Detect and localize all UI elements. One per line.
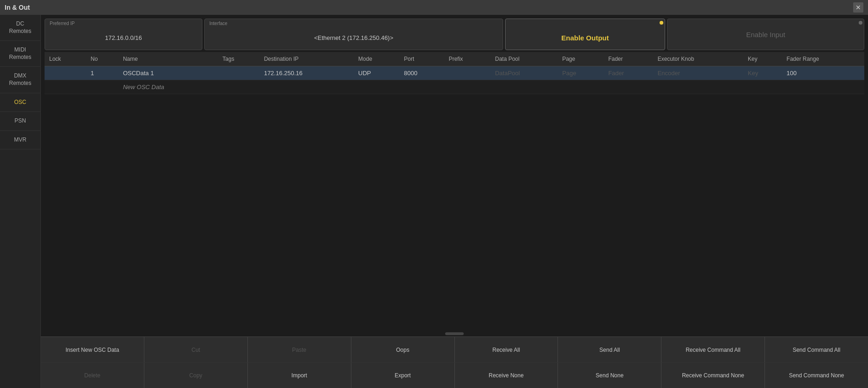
interface-label: Interface <box>209 21 227 26</box>
sidebar-item-mvr[interactable]: MVR <box>0 131 40 150</box>
preferred-ip-label: Preferred IP <box>50 21 75 26</box>
new-row-lock <box>45 80 86 94</box>
main-content: DCRemotes MIDIRemotes DMXRemotes OSC PSN… <box>0 15 868 388</box>
table-row[interactable]: 1 OSCData 1 172.16.250.16 UDP 8000 DataP… <box>45 66 864 80</box>
col-fader-range: Fader Range <box>782 52 864 66</box>
col-lock: Lock <box>45 52 86 66</box>
receive-none-button[interactable]: Receive None <box>455 363 558 388</box>
cell-no: 1 <box>86 66 118 80</box>
delete-button[interactable]: Delete <box>41 363 144 388</box>
cell-port: 8000 <box>399 66 444 80</box>
cell-lock <box>45 66 86 80</box>
sidebar-item-psn[interactable]: PSN <box>0 112 40 131</box>
copy-button[interactable]: Copy <box>144 363 248 388</box>
enable-input-label: Enable Input <box>673 31 858 39</box>
toolbar-row-1: Insert New OSC Data Cut Paste Oops Recei… <box>41 337 868 362</box>
preferred-ip-value: 172.16.0.0/16 <box>51 34 196 41</box>
paste-button[interactable]: Paste <box>248 337 351 362</box>
receive-command-all-button[interactable]: Receive Command All <box>661 337 765 362</box>
sidebar-item-osc[interactable]: OSC <box>0 93 40 112</box>
cell-executor-knob: Encoder <box>653 66 743 80</box>
scroll-hint <box>41 331 868 336</box>
new-row-no <box>86 80 118 94</box>
scroll-handle[interactable] <box>445 332 464 335</box>
col-key: Key <box>743 52 782 66</box>
new-row-name: New OSC Data <box>118 80 218 94</box>
col-name: Name <box>118 52 218 66</box>
main-window: In & Out ✕ DCRemotes MIDIRemotes DMXRemo… <box>0 0 868 388</box>
sidebar-item-dc-remotes[interactable]: DCRemotes <box>0 15 40 41</box>
sidebar: DCRemotes MIDIRemotes DMXRemotes OSC PSN… <box>0 15 41 388</box>
enable-output-box[interactable]: Enable Output <box>505 19 665 50</box>
col-tags: Tags <box>218 52 259 66</box>
col-port: Port <box>399 52 444 66</box>
enable-input-box[interactable]: Enable Input <box>667 19 864 50</box>
interface-value: <Ethernet 2 (172.16.250.46)> <box>210 34 497 41</box>
output-indicator <box>657 20 663 25</box>
sidebar-item-dmx-remotes[interactable]: DMXRemotes <box>0 67 40 93</box>
right-panel: Preferred IP 172.16.0.0/16 Interface <Et… <box>41 15 868 388</box>
cut-button[interactable]: Cut <box>144 337 248 362</box>
interface-box[interactable]: Interface <Ethernet 2 (172.16.250.46)> <box>204 19 503 50</box>
col-page: Page <box>557 52 603 66</box>
top-controls: Preferred IP 172.16.0.0/16 Interface <Et… <box>41 15 868 52</box>
send-command-all-button[interactable]: Send Command All <box>765 337 868 362</box>
col-destination-ip: Destination IP <box>259 52 354 66</box>
input-dot <box>859 21 862 25</box>
cell-mode: UDP <box>354 66 400 80</box>
bottom-toolbar: Insert New OSC Data Cut Paste Oops Recei… <box>41 336 868 388</box>
receive-command-none-button[interactable]: Receive Command None <box>661 363 765 388</box>
sidebar-item-midi-remotes[interactable]: MIDIRemotes <box>0 41 40 67</box>
input-indicator <box>856 20 862 25</box>
cell-destination-ip: 172.16.250.16 <box>259 66 354 80</box>
send-command-none-button[interactable]: Send Command None <box>765 363 868 388</box>
col-mode: Mode <box>354 52 400 66</box>
insert-new-button[interactable]: Insert New OSC Data <box>41 337 144 362</box>
preferred-ip-box[interactable]: Preferred IP 172.16.0.0/16 <box>45 19 202 50</box>
export-button[interactable]: Export <box>351 363 455 388</box>
toolbar-row-2: Delete Copy Import Export Receive None S… <box>41 362 868 388</box>
table-header-row: Lock No Name Tags Destination IP Mode Po… <box>45 52 864 66</box>
close-button[interactable]: ✕ <box>853 2 863 13</box>
cell-prefix <box>444 66 491 80</box>
data-table: Lock No Name Tags Destination IP Mode Po… <box>45 52 864 94</box>
cell-key: Key <box>743 66 782 80</box>
cell-page: Page <box>557 66 603 80</box>
oops-button[interactable]: Oops <box>351 337 455 362</box>
window-title: In & Out <box>5 4 30 11</box>
receive-all-button[interactable]: Receive All <box>455 337 558 362</box>
cell-fader: Fader <box>603 66 653 80</box>
send-none-button[interactable]: Send None <box>558 363 661 388</box>
table-area: Lock No Name Tags Destination IP Mode Po… <box>41 52 868 331</box>
col-data-pool: Data Pool <box>490 52 557 66</box>
cell-tags <box>218 66 259 80</box>
col-fader: Fader <box>603 52 653 66</box>
col-no: No <box>86 52 118 66</box>
col-prefix: Prefix <box>444 52 491 66</box>
cell-name: OSCData 1 <box>118 66 218 80</box>
output-dot <box>660 21 663 25</box>
cell-fader-range: 100 <box>782 66 864 80</box>
new-osc-row[interactable]: New OSC Data <box>45 80 864 94</box>
send-all-button[interactable]: Send All <box>558 337 661 362</box>
title-bar: In & Out ✕ <box>0 0 868 15</box>
cell-data-pool: DataPool <box>490 66 557 80</box>
col-executor-knob: Executor Knob <box>653 52 743 66</box>
enable-output-label: Enable Output <box>511 34 659 42</box>
import-button[interactable]: Import <box>248 363 351 388</box>
